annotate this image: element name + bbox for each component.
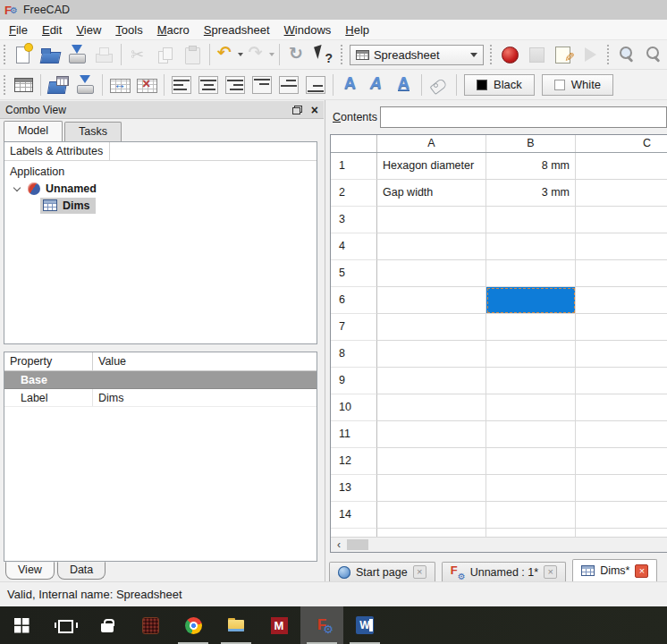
style-italic-button[interactable]: [364, 72, 391, 97]
row-header-9[interactable]: 9: [331, 368, 377, 394]
set-alias-button[interactable]: [426, 72, 452, 97]
corner-cell[interactable]: [331, 135, 377, 152]
cell-B12[interactable]: [486, 448, 576, 475]
macro-play-button[interactable]: [577, 42, 604, 67]
cell-A13[interactable]: [377, 475, 486, 502]
cell-B10[interactable]: [486, 394, 576, 421]
merge-cells-button[interactable]: [106, 72, 133, 97]
row-header-8[interactable]: 8: [331, 341, 377, 368]
cell-B13[interactable]: [486, 475, 576, 502]
menu-file[interactable]: File: [2, 21, 35, 38]
align-left-button[interactable]: [168, 72, 195, 97]
column-header-b[interactable]: B: [486, 135, 576, 152]
row-header-14[interactable]: 14: [331, 502, 377, 529]
property-value[interactable]: Dims: [93, 389, 123, 406]
menu-view[interactable]: View: [69, 21, 108, 38]
split-cell-button[interactable]: [133, 72, 160, 97]
cell-A10[interactable]: [377, 394, 486, 421]
dock-header[interactable]: Combo View ×: [0, 101, 324, 119]
cell-C3[interactable]: [576, 207, 667, 233]
menu-help[interactable]: Help: [338, 21, 376, 38]
window-titlebar[interactable]: F⚙ FreeCAD: [0, 0, 667, 20]
clipped-tool-button[interactable]: [640, 42, 667, 67]
background-color-button[interactable]: White: [542, 74, 613, 96]
cell-B7[interactable]: [486, 314, 576, 341]
align-bottom-button[interactable]: [302, 72, 329, 97]
cell-B11[interactable]: [486, 421, 576, 448]
whats-this-button[interactable]: [310, 42, 337, 67]
cell-A6[interactable]: [377, 287, 486, 314]
cell-B4[interactable]: [486, 233, 576, 260]
scrollbar-thumb[interactable]: [347, 539, 368, 550]
cell-B14[interactable]: [486, 502, 576, 529]
cut-button[interactable]: [125, 42, 152, 67]
start-button[interactable]: [0, 606, 43, 644]
chevron-down-icon[interactable]: [13, 183, 21, 191]
close-tab-icon[interactable]: [544, 565, 557, 579]
word-button[interactable]: W: [343, 606, 386, 644]
align-top-button[interactable]: [249, 72, 275, 97]
cell-A11[interactable]: [377, 421, 486, 448]
store-button[interactable]: [86, 606, 129, 644]
tab-data[interactable]: Data: [57, 562, 106, 580]
menu-windows[interactable]: Windows: [277, 21, 339, 38]
mdi-tab-start-page[interactable]: Start page: [329, 562, 435, 581]
cell-A14[interactable]: [377, 502, 486, 529]
cell-C10[interactable]: [576, 394, 667, 421]
paste-button[interactable]: [179, 42, 206, 67]
cell-C8[interactable]: [576, 341, 667, 368]
cell-C9[interactable]: [576, 368, 667, 394]
column-header-a[interactable]: A: [377, 135, 486, 152]
close-tab-icon[interactable]: [635, 564, 648, 578]
cell-A7[interactable]: [377, 314, 486, 341]
row-header-1[interactable]: 1: [331, 153, 377, 180]
file-explorer-button[interactable]: [215, 606, 258, 644]
open-document-button[interactable]: [37, 42, 63, 67]
row-header-6[interactable]: 6: [331, 287, 377, 314]
cell-A1[interactable]: Hexagon diameter: [377, 153, 486, 180]
dropdown-caret-icon[interactable]: [238, 53, 243, 56]
copy-button[interactable]: [152, 42, 179, 67]
cell-C2[interactable]: [576, 180, 667, 207]
column-header-c[interactable]: C: [576, 135, 667, 152]
save-document-button[interactable]: [63, 42, 90, 67]
undo-button[interactable]: [214, 42, 245, 67]
row-header-7[interactable]: 7: [331, 314, 377, 341]
cell-A4[interactable]: [377, 233, 486, 260]
property-group-base[interactable]: Base: [4, 371, 317, 389]
m-app-button[interactable]: M: [258, 606, 300, 644]
cell-B1[interactable]: 8 mm: [486, 153, 576, 180]
tab-tasks[interactable]: Tasks: [64, 122, 122, 141]
menu-edit[interactable]: Edit: [35, 21, 69, 38]
style-bold-button[interactable]: [337, 72, 364, 97]
cell-C4[interactable]: [576, 233, 667, 260]
row-header-2[interactable]: 2: [331, 180, 377, 207]
search-button[interactable]: [613, 42, 640, 67]
cell-B6[interactable]: [486, 287, 576, 314]
float-panel-icon[interactable]: [292, 106, 302, 114]
property-row-label[interactable]: Label Dims: [4, 389, 317, 407]
cell-C11[interactable]: [576, 421, 667, 448]
macro-record-button[interactable]: [496, 42, 523, 67]
mdi-tab-unnamed-1[interactable]: Unnamed : 1*: [442, 562, 566, 581]
cell-B3[interactable]: [486, 207, 576, 233]
row-header-3[interactable]: 3: [331, 207, 377, 233]
cell-C5[interactable]: [576, 260, 667, 287]
cell-B2[interactable]: 3 mm: [486, 180, 576, 207]
horizontal-scrollbar[interactable]: ‹: [331, 537, 667, 552]
contents-input[interactable]: [380, 106, 667, 128]
cell-A9[interactable]: [377, 368, 486, 394]
align-center-button[interactable]: [195, 72, 222, 97]
row-header-10[interactable]: 10: [331, 394, 377, 421]
align-vcenter-button[interactable]: [275, 72, 302, 97]
app-tile-button[interactable]: [129, 606, 172, 644]
close-panel-icon[interactable]: ×: [311, 106, 318, 114]
row-header-5[interactable]: 5: [331, 260, 377, 287]
chrome-button[interactable]: [172, 606, 215, 644]
menu-macro[interactable]: Macro: [150, 21, 197, 38]
foreground-color-button[interactable]: Black: [464, 74, 535, 96]
row-header-12[interactable]: 12: [331, 448, 377, 475]
cell-A2[interactable]: Gap width: [377, 180, 486, 207]
cell-C7[interactable]: [576, 314, 667, 341]
workbench-selector[interactable]: Spreadsheet: [350, 45, 484, 65]
